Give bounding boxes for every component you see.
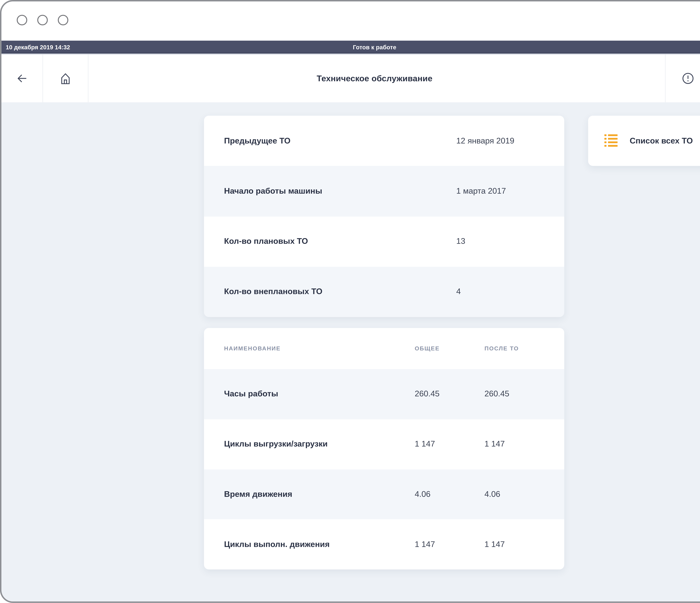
page-title: Техническое обслуживание [97,54,652,102]
counters-table-card: НАИМЕНОВАНИЕ ОБЩЕЕ ПОСЛЕ ТО Часы работы … [204,328,564,570]
maintenance-summary-card: Предыдущее ТО 12 января 2019 Начало рабо… [204,116,564,317]
home-icon [58,71,72,86]
home-button[interactable] [43,54,88,102]
table-row-total: 1 147 [415,540,435,549]
table-row-after: 1 147 [484,540,505,549]
window-chrome [1,1,700,41]
table-row-name: Циклы выгрузки/загрузки [224,439,328,449]
table-row-name: Часы работы [224,389,278,399]
all-to-list-button[interactable]: Список всех ТО [588,116,700,166]
arrow-left-icon [15,71,29,86]
summary-row-value: 4 [456,287,461,296]
column-header-name: НАИМЕНОВАНИЕ [224,345,281,352]
table-row-name: Циклы выполн. движения [224,540,330,549]
summary-row-value: 1 марта 2017 [456,186,506,196]
status-bar: 10 декабря 2019 14:32 Готов к работе Ива… [1,41,700,53]
alerts-button[interactable] [665,54,700,102]
summary-row-label: Начало работы машины [224,186,322,196]
header-toolbar: Техническое обслуживание [1,54,700,102]
summary-row-unplanned-count: Кол-во внеплановых ТО 4 [204,267,564,317]
window-control-dot-3[interactable] [58,15,68,25]
window-control-dot-2[interactable] [37,15,48,25]
summary-row-machine-start: Начало работы машины 1 марта 2017 [204,166,564,216]
status-ready-text: Готов к работе [1,44,700,50]
statusbar-divider [1,53,700,54]
table-row-after: 4.06 [484,489,500,499]
summary-row-label: Кол-во плановых ТО [224,237,308,246]
header-divider [88,54,88,102]
table-row-after: 260.45 [484,389,509,399]
summary-row-label: Кол-во внеплановых ТО [224,287,322,296]
summary-row-planned-count: Кол-во плановых ТО 13 [204,216,564,267]
column-header-after-to: ПОСЛЕ ТО [484,345,519,352]
summary-row-previous-to: Предыдущее ТО 12 января 2019 [204,116,564,166]
app-window: 10 декабря 2019 14:32 Готов к работе Ива… [0,0,700,603]
back-button[interactable] [1,54,43,102]
table-row-after: 1 147 [484,439,505,449]
stage: 10 декабря 2019 14:32 Готов к работе Ива… [0,0,700,603]
table-row-load-unload-cycles: Циклы выгрузки/загрузки 1 147 1 147 [204,419,564,469]
column-header-total: ОБЩЕЕ [415,345,440,352]
table-row-total: 260.45 [415,389,440,399]
table-row-total: 4.06 [415,489,430,499]
summary-row-value: 13 [456,237,465,246]
content-area: Предыдущее ТО 12 января 2019 Начало рабо… [1,102,700,601]
summary-row-label: Предыдущее ТО [224,136,291,146]
table-body: Часы работы 260.45 260.45 Циклы выгрузки… [204,369,564,570]
table-header-row: НАИМЕНОВАНИЕ ОБЩЕЕ ПОСЛЕ ТО [204,328,564,369]
exclamation-circle-icon [680,71,695,86]
table-row-movement-cycles: Циклы выполн. движения 1 147 1 147 [204,520,564,570]
table-row-work-hours: Часы работы 260.45 260.45 [204,369,564,419]
window-control-dot-1[interactable] [17,15,27,25]
all-to-list-button-label: Список всех ТО [630,136,693,146]
table-row-name: Время движения [224,489,292,499]
table-row-total: 1 147 [415,439,435,449]
table-row-movement-time: Время движения 4.06 4.06 [204,469,564,519]
window-controls [17,15,68,25]
summary-row-value: 12 января 2019 [456,136,515,146]
orange-list-icon [604,134,619,148]
